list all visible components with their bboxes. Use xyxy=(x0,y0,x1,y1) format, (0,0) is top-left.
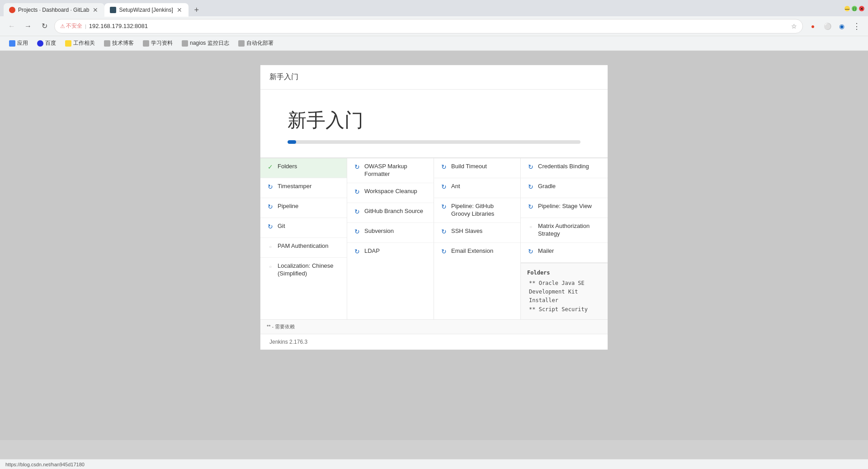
plugin-name-owasp: OWASP Markup Formatter xyxy=(364,163,427,178)
bookmark-icon-study xyxy=(143,40,149,47)
refresh-icon-ssh-slaves: ↻ xyxy=(440,228,448,235)
plugin-item-gradle[interactable]: ↻ Gradle xyxy=(521,178,608,198)
plugin-col-3: ↻ Build Timeout ↻ Ant ↻ Pipeline: GitHub… xyxy=(434,158,521,319)
account-icon[interactable]: ● xyxy=(807,20,819,33)
refresh-icon-email-ext: ↻ xyxy=(440,248,448,255)
refresh-icon-ldap: ↻ xyxy=(354,248,361,255)
maximize-button[interactable]: □ xyxy=(852,6,857,11)
extensions-icon[interactable]: ⚪ xyxy=(821,20,834,33)
plugin-item-matrix-auth[interactable]: ○ Matrix Authorization Strategy xyxy=(521,218,608,243)
plugin-name-subversion: Subversion xyxy=(364,227,394,235)
plugin-name-git: Git xyxy=(278,223,285,230)
plugin-name-github-branch: GitHub Branch Source xyxy=(364,208,423,215)
plugin-item-subversion[interactable]: ↻ Subversion xyxy=(347,223,434,243)
plugin-item-ssh-slaves[interactable]: ↻ SSH Slaves xyxy=(434,223,520,243)
bookmarks-bar: 应用 百度 工作相关 技术博客 学习资料 nagios 监控日志 自动化部署 xyxy=(0,36,868,51)
browser-chrome: Projects · Dashboard · GitLab ✕ SetupWiz… xyxy=(0,0,868,51)
plugin-item-timestamper[interactable]: ↻ Timestamper xyxy=(260,178,347,198)
bookmark-work[interactable]: 工作相关 xyxy=(61,38,99,48)
plugin-name-credentials-binding: Credentials Binding xyxy=(538,163,589,171)
plugin-name-folders: Folders xyxy=(278,163,297,171)
page-wrapper: 新手入门 新手入门 ✓ Folders ↻ Timestamper xyxy=(0,51,868,440)
plugin-item-folders[interactable]: ✓ Folders xyxy=(260,158,347,178)
bookmark-baidu[interactable]: 百度 xyxy=(33,38,60,48)
plugin-item-git[interactable]: ↻ Git xyxy=(260,218,347,238)
plugin-col-2: ↻ OWASP Markup Formatter ↻ Workspace Cle… xyxy=(347,158,434,319)
menu-icon[interactable]: ⋮ xyxy=(850,20,863,33)
forward-button[interactable]: → xyxy=(22,20,34,33)
tab-close-jenkins[interactable]: ✕ xyxy=(176,6,183,14)
circle-icon-pam: ○ xyxy=(267,243,274,250)
bookmark-icon-baidu xyxy=(37,40,43,47)
bookmark-auto[interactable]: 自动化部署 xyxy=(235,38,277,48)
page-header: 新手入门 xyxy=(260,65,608,90)
info-panel: Folders ** Oracle Java SE Development Ki… xyxy=(521,263,608,319)
plugin-item-pipeline[interactable]: ↻ Pipeline xyxy=(260,198,347,218)
plugin-name-matrix-auth: Matrix Authorization Strategy xyxy=(538,223,601,238)
bookmark-label-nagios: nagios 监控日志 xyxy=(190,39,229,47)
plugin-item-credentials-binding[interactable]: ↻ Credentials Binding xyxy=(521,158,608,178)
tab-close-gitlab[interactable]: ✕ xyxy=(92,6,99,14)
tab-jenkins[interactable]: SetupWizard [Jenkins] ✕ xyxy=(104,3,188,17)
plugin-item-owasp[interactable]: ↻ OWASP Markup Formatter xyxy=(347,158,434,183)
separator: | xyxy=(85,24,86,29)
close-button[interactable]: ✕ xyxy=(859,6,864,11)
circle-icon-matrix-auth: ○ xyxy=(527,223,534,230)
refresh-icon-pipeline-groovy: ↻ xyxy=(440,203,448,210)
bookmark-apps[interactable]: 应用 xyxy=(5,38,32,48)
tab-gitlab[interactable]: Projects · Dashboard · GitLab ✕ xyxy=(4,3,104,17)
plugin-col-1: ✓ Folders ↻ Timestamper ↻ Pipeline ↻ Git… xyxy=(260,158,347,319)
plugin-item-pam[interactable]: ○ PAM Authentication xyxy=(260,238,347,258)
plugin-name-gradle: Gradle xyxy=(538,183,556,190)
footer-text: Jenkins 2.176.3 xyxy=(269,339,307,345)
refresh-icon-ant: ↻ xyxy=(440,183,448,190)
url-display: 192.168.179.132:8081 xyxy=(89,23,788,29)
refresh-icon-subversion: ↻ xyxy=(354,228,361,235)
address-bar[interactable]: ⚠ 不安全 | 192.168.179.132:8081 ☆ xyxy=(54,19,803,33)
nav-bar: ← → ↻ ⚠ 不安全 | 192.168.179.132:8081 ☆ ● ⚪… xyxy=(0,16,868,36)
page-header-title: 新手入门 xyxy=(269,73,298,81)
plugin-name-timestamper: Timestamper xyxy=(278,183,311,190)
info-panel-item-1: ** Oracle Java SE Development Kit Instal… xyxy=(527,279,601,305)
plugin-item-pipeline-groovy[interactable]: ↻ Pipeline: GitHub Groovy Libraries xyxy=(434,198,520,223)
plugin-item-github-branch[interactable]: ↻ GitHub Branch Source xyxy=(347,203,434,223)
security-indicator: ⚠ 不安全 xyxy=(60,22,82,30)
main-title: 新手入门 xyxy=(288,108,580,133)
plugin-item-build-timeout[interactable]: ↻ Build Timeout xyxy=(434,158,520,178)
new-tab-button[interactable]: + xyxy=(190,4,203,16)
star-icon[interactable]: ☆ xyxy=(791,23,797,30)
security-label: 不安全 xyxy=(66,22,82,30)
check-icon-folders: ✓ xyxy=(267,163,274,171)
info-panel-item-2: ** Script Security xyxy=(527,305,601,314)
plugin-item-ldap[interactable]: ↻ LDAP xyxy=(347,243,434,263)
back-button[interactable]: ← xyxy=(5,20,18,33)
plugin-item-localization[interactable]: ○ Localization: Chinese (Simplified) xyxy=(260,258,347,282)
reload-button[interactable]: ↻ xyxy=(38,20,51,33)
refresh-icon-owasp: ↻ xyxy=(354,163,361,171)
plugin-item-mailer[interactable]: ↻ Mailer xyxy=(521,243,608,263)
refresh-icon-github-branch: ↻ xyxy=(354,208,361,215)
plugin-item-email-ext[interactable]: ↻ Email Extension xyxy=(434,243,520,263)
plugin-name-pipeline: Pipeline xyxy=(278,203,298,210)
plugin-item-workspace[interactable]: ↻ Workspace Cleanup xyxy=(347,183,434,203)
plugin-name-email-ext: Email Extension xyxy=(451,247,493,255)
bookmark-nagios[interactable]: nagios 监控日志 xyxy=(178,38,233,48)
tab-title-gitlab: Projects · Dashboard · GitLab xyxy=(18,7,89,13)
profile-icon[interactable]: ◉ xyxy=(835,20,848,33)
plugin-item-pipeline-stage-view[interactable]: ↻ Pipeline: Stage View xyxy=(521,198,608,218)
refresh-icon-workspace: ↻ xyxy=(354,188,361,195)
bookmark-icon-apps xyxy=(9,40,15,47)
refresh-icon-credentials-binding: ↻ xyxy=(527,163,534,171)
bookmark-icon-auto xyxy=(238,40,245,47)
minimize-button[interactable]: — xyxy=(844,6,850,11)
plugin-item-ant[interactable]: ↻ Ant xyxy=(434,178,520,198)
plugin-name-pam: PAM Authentication xyxy=(278,242,329,250)
refresh-icon-git: ↻ xyxy=(267,223,274,230)
refresh-icon-mailer: ↻ xyxy=(527,248,534,255)
page-footer: Jenkins 2.176.3 xyxy=(260,334,608,350)
plugin-name-localization: Localization: Chinese (Simplified) xyxy=(278,262,340,278)
bookmark-study[interactable]: 学习资料 xyxy=(139,38,176,48)
page-container: 新手入门 新手入门 ✓ Folders ↻ Timestamper xyxy=(260,65,608,350)
plugin-name-ant: Ant xyxy=(451,183,460,190)
bookmark-tech[interactable]: 技术博客 xyxy=(100,38,137,48)
